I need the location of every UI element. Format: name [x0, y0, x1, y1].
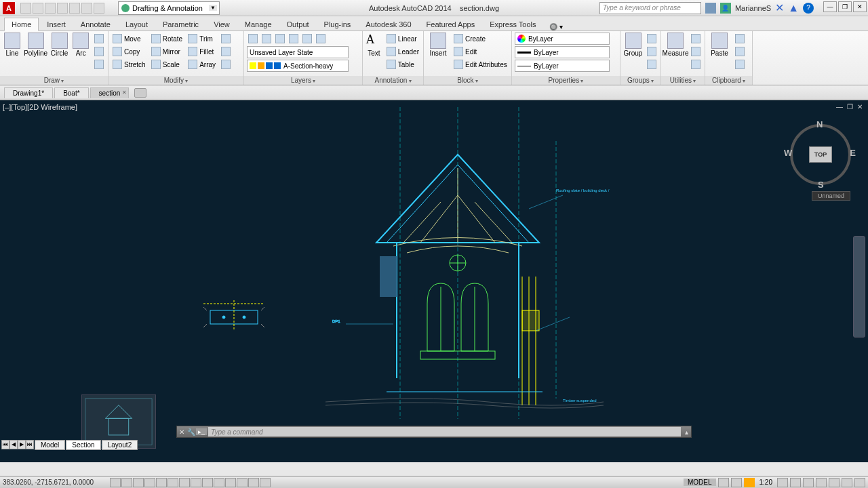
qat-new-icon[interactable] [20, 3, 31, 14]
ribbon-tab-home[interactable]: Home [4, 18, 39, 31]
layer-current-dropdown[interactable]: A-Section-heavy [247, 60, 349, 72]
vp-restore-icon[interactable]: ❐ [846, 103, 854, 111]
qp-toggle[interactable] [237, 478, 248, 487]
polar-toggle[interactable] [144, 478, 155, 487]
tool-line[interactable]: Line [3, 33, 22, 57]
tool-group[interactable]: Group [623, 33, 643, 57]
file-tab-section[interactable]: section✕ [90, 87, 130, 98]
viewcube-face[interactable]: TOP [809, 146, 832, 163]
cmdline-history-icon[interactable]: ▴ [682, 428, 691, 436]
layer-match[interactable] [315, 33, 327, 45]
tool-insert-block[interactable]: Insert [427, 33, 450, 57]
restore-button[interactable]: ❐ [838, 1, 852, 12]
tool-linear-dim[interactable]: Linear [385, 33, 420, 45]
layer-lock[interactable] [301, 33, 313, 45]
util-extra-3[interactable] [690, 58, 702, 70]
tool-stretch[interactable]: Stretch [111, 58, 147, 70]
qat-open-icon[interactable] [33, 3, 43, 14]
file-tab-drawing1[interactable]: Drawing1* [4, 87, 53, 98]
draw-extra-2[interactable] [93, 45, 105, 58]
ducs-toggle[interactable] [191, 478, 201, 487]
navigation-bar[interactable] [853, 236, 865, 338]
prop-linetype-dropdown[interactable]: ByLayer [515, 60, 610, 72]
tool-array[interactable]: Array [186, 58, 217, 70]
layer-state-dropdown[interactable]: Unsaved Layer State [247, 46, 349, 58]
grid-toggle[interactable] [121, 478, 132, 487]
snap-toggle[interactable] [110, 478, 121, 487]
help-icon[interactable]: ? [803, 3, 814, 14]
layout-first-icon[interactable]: ⏮ [1, 440, 9, 449]
ribbon-tab-layout[interactable]: Layout [119, 18, 155, 30]
annoscale-icon[interactable] [744, 478, 755, 487]
tool-table[interactable]: Table [385, 58, 420, 70]
panel-properties-title[interactable]: Properties [512, 76, 620, 85]
layout-tab-section[interactable]: Section [66, 440, 100, 450]
tool-circle[interactable]: Circle [50, 33, 69, 57]
layout-tab-model[interactable]: Model [35, 440, 65, 450]
quickview-drawings-icon[interactable] [731, 478, 742, 487]
prop-color-dropdown[interactable]: ByLayer [515, 33, 610, 45]
tool-copy[interactable]: Copy [111, 45, 147, 58]
workspace-dropdown[interactable]: Drafting & Annotation [118, 1, 220, 15]
ribbon-tab-insert[interactable]: Insert [40, 18, 73, 30]
command-input[interactable] [208, 427, 681, 436]
layout-prev-icon[interactable]: ◀ [9, 440, 18, 449]
sc-toggle[interactable] [248, 478, 259, 487]
cleanscreen-icon[interactable] [854, 478, 865, 487]
panel-modify-title[interactable]: Modify [108, 76, 243, 85]
draw-extra-1[interactable] [93, 33, 105, 45]
toolbar-lock-icon[interactable] [816, 478, 827, 487]
close-tab-icon[interactable]: ✕ [122, 89, 127, 96]
tool-text[interactable]: AText [366, 33, 382, 57]
ribbon-tab-view[interactable]: View [207, 18, 237, 30]
isolate-icon[interactable] [842, 478, 852, 487]
osnap-toggle[interactable] [156, 478, 167, 487]
tool-edit-block[interactable]: Edit [452, 45, 509, 58]
prop-lineweight-dropdown[interactable]: ByLayer [515, 46, 610, 58]
tool-create-block[interactable]: Create [452, 33, 509, 45]
quickview-icon[interactable] [134, 88, 146, 98]
tool-mirror[interactable]: Mirror [150, 45, 184, 58]
drawing-canvas[interactable]: [–][Top][2D Wireframe] — ❐ ✕ TOP N S E W… [0, 100, 868, 462]
tool-rotate[interactable]: Rotate [150, 33, 184, 45]
util-extra-1[interactable] [690, 33, 702, 45]
infocenter-search[interactable]: Type a keyword or phrase [599, 2, 701, 14]
ortho-toggle[interactable] [133, 478, 144, 487]
quickview-layouts-icon[interactable] [718, 478, 729, 487]
qat-save-icon[interactable] [45, 3, 56, 14]
viewport-label[interactable]: [–][Top][2D Wireframe] [3, 103, 77, 111]
ribbon-tab-express[interactable]: Express Tools [483, 18, 542, 30]
layout-next-icon[interactable]: ▶ [18, 440, 26, 449]
modify-extra-2[interactable] [220, 45, 232, 58]
ribbon-tab-output[interactable]: Output [280, 18, 316, 30]
ribbon-tab-manage[interactable]: Manage [238, 18, 279, 30]
file-tab-boat[interactable]: Boat* [54, 87, 88, 98]
ribbon-tab-plugins[interactable]: Plug-ins [317, 18, 358, 30]
hardware-accel-icon[interactable] [829, 478, 840, 487]
ribbon-tab-annotate[interactable]: Annotate [74, 18, 117, 30]
group-extra-3[interactable] [646, 58, 658, 70]
layer-props[interactable] [247, 33, 259, 45]
tool-move[interactable]: Move [111, 33, 147, 45]
modify-extra-1[interactable] [220, 33, 232, 45]
compass-e[interactable]: E [850, 148, 856, 158]
annovis-toggle[interactable] [777, 478, 788, 487]
space-label[interactable]: MODEL [684, 479, 716, 486]
dyn-toggle[interactable] [202, 478, 213, 487]
layout-last-icon[interactable]: ⏭ [26, 440, 34, 449]
tool-paste[interactable]: Paste [708, 33, 731, 57]
am-toggle[interactable] [260, 478, 271, 487]
util-extra-2[interactable] [690, 45, 702, 58]
draw-extra-3[interactable] [93, 58, 105, 70]
tpy-toggle[interactable] [225, 478, 236, 487]
search-icon[interactable] [705, 3, 716, 14]
tool-trim[interactable]: Trim [186, 33, 217, 45]
panel-groups-title[interactable]: Groups [620, 76, 660, 85]
wcs-label[interactable]: Unnamed [812, 191, 850, 201]
compass-w[interactable]: W [784, 148, 792, 158]
group-extra-2[interactable] [646, 45, 658, 58]
lwt-toggle[interactable] [214, 478, 224, 487]
user-name-label[interactable]: MarianneS [735, 4, 771, 12]
annoauto-toggle[interactable] [790, 478, 801, 487]
clip-cut[interactable] [734, 33, 746, 45]
